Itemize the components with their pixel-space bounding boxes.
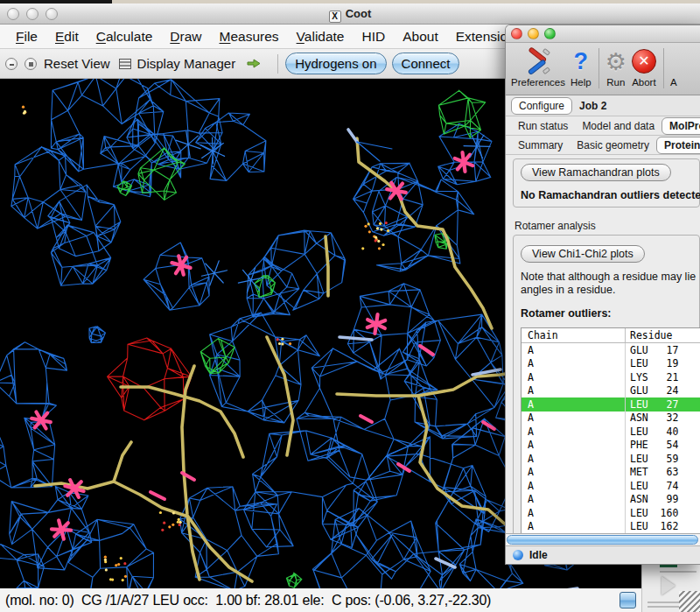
menu-draw[interactable]: Draw [161, 29, 210, 45]
table-row[interactable]: ALYS 21 [522, 370, 700, 384]
tab-job-2[interactable]: Job 2 [572, 98, 613, 114]
fragment-rule [660, 571, 696, 573]
cell-residue: LEU 59 [626, 453, 678, 465]
table-row[interactable]: ALEU 27 [522, 397, 700, 412]
menu-measures[interactable]: Measures [211, 29, 288, 45]
dialog-tool-label: A [670, 77, 677, 88]
rotamer-outliers-label: Rotamer outliers: [521, 307, 692, 320]
screen: XCoot FileEditCalculateDrawMeasuresValid… [0, 0, 700, 612]
category-tabs: SummaryBasic geometryProteinClashes [506, 136, 700, 155]
toolbar-separator [277, 54, 278, 74]
dialog-status-text: Idle [529, 549, 548, 561]
tab-model-and-data[interactable]: Model and data [575, 118, 662, 134]
dialog-status-bar: Idle [506, 545, 700, 563]
display-manager-icon [119, 59, 131, 69]
table-row[interactable]: ALEU 74 [522, 479, 700, 493]
connect-button[interactable]: Connect [392, 53, 460, 74]
dialog-zoom-button[interactable] [544, 28, 556, 39]
go-arrow-icon[interactable] [246, 57, 262, 70]
cell-chain: A [522, 506, 626, 520]
protein-tab-content: View Ramachandran plots No Ramachandran … [506, 155, 700, 533]
table-header-row: ChainResidue [522, 328, 700, 343]
cell-residue: LEU 27 [626, 398, 678, 411]
dialog-tool-preferences[interactable]: Preferences [511, 46, 565, 88]
table-row[interactable]: AGLU 24 [522, 384, 700, 398]
dialog-tool-help[interactable]: ?Help [570, 46, 592, 88]
dialog-toolbar-separator [598, 48, 599, 88]
question-icon: ? [574, 46, 589, 76]
menu-edit[interactable]: Edit [46, 29, 88, 45]
table-row[interactable]: ALEU 59 [522, 452, 700, 466]
fragment-green-mark [660, 565, 677, 567]
cell-chain: A [522, 439, 626, 453]
main-window-titlebar[interactable]: XCoot [0, 4, 700, 25]
table-row[interactable]: ALEU 160 [522, 506, 700, 520]
reset-view-button[interactable]: Reset View [44, 56, 110, 71]
diff-map-negative-mesh [108, 338, 192, 420]
table-row[interactable]: ALEU 19 [522, 357, 700, 371]
dialog-tool-a[interactable]: A [670, 46, 677, 88]
cell-residue: ASN 99 [626, 493, 678, 505]
status-grip-icon[interactable] [620, 592, 636, 608]
view-ramachandran-plots-button[interactable]: View Ramachandran plots [521, 164, 671, 181]
tab-summary[interactable]: Summary [511, 137, 570, 153]
cell-residue: LEU 160 [626, 507, 678, 519]
play-icon[interactable] [662, 576, 676, 595]
dialog-titlebar[interactable] [506, 25, 700, 43]
cell-chain: A [522, 384, 626, 398]
main-status-bar: (mol. no: 0) CG /1/A/27 LEU occ: 1.00 bf… [0, 588, 641, 612]
table-row[interactable]: AMET 63 [522, 466, 700, 480]
column-header-chain[interactable]: Chain [522, 328, 626, 342]
menu-hid[interactable]: HID [354, 29, 395, 45]
cell-residue: ASN 32 [626, 412, 678, 424]
table-row[interactable]: APHE 54 [522, 439, 700, 453]
molprobity-dialog: Preferences?Help⚙Run✕AbortA ConfigureJob… [505, 25, 700, 565]
hydrogens-on-button[interactable]: Hydrogens on [285, 53, 386, 74]
dialog-tool-label: Help [570, 77, 592, 88]
dialog-tool-label: Preferences [511, 77, 565, 88]
atom-info-status-text: (mol. no: 0) CG /1/A/27 LEU occ: 1.00 bf… [5, 593, 620, 608]
menu-validate[interactable]: Validate [288, 29, 354, 45]
table-row[interactable]: AGLU 17 [522, 343, 700, 357]
table-row[interactable]: AASN 99 [522, 493, 700, 507]
tab-run-status[interactable]: Run status [511, 118, 575, 134]
column-header-residue[interactable]: Residue [626, 329, 672, 341]
view-chi1-chi2-plots-button[interactable]: View Chi1-Chi2 plots [521, 245, 645, 263]
tab-basic-geometry[interactable]: Basic geometry [570, 137, 656, 153]
cell-residue: LEU 74 [626, 480, 678, 492]
tab-protein[interactable]: Protein [656, 137, 700, 154]
rotamer-outliers-table[interactable]: ChainResidueAGLU 17ALEU 19ALYS 21AGLU 24… [521, 327, 700, 533]
dialog-toolbar-separator [663, 48, 664, 88]
status-indicator-icon [513, 550, 523, 560]
toolbar-toggle2-icon[interactable] [24, 58, 37, 70]
dialog-tool-run[interactable]: ⚙Run [606, 46, 626, 88]
tab-configure[interactable]: Configure [511, 97, 572, 115]
cell-chain: A [522, 370, 626, 384]
cell-chain: A [522, 466, 626, 480]
background-window-fragment [641, 565, 700, 612]
dialog-horizontal-scrollbar[interactable] [506, 533, 700, 545]
resize-grip[interactable] [679, 591, 700, 612]
cell-chain: A [522, 412, 626, 426]
cell-residue: LEU 40 [626, 426, 678, 438]
job-tabs: ConfigureJob 2 [506, 95, 700, 116]
dialog-close-button[interactable] [511, 28, 522, 39]
menu-file[interactable]: File [7, 29, 46, 45]
tab-molprobity[interactable]: MolProbity [662, 117, 700, 135]
menu-about[interactable]: About [394, 29, 447, 45]
display-manager-button[interactable]: Display Manager [137, 56, 236, 71]
dialog-tool-abort[interactable]: ✕Abort [632, 46, 656, 88]
dialog-tool-label: Run [606, 77, 625, 88]
table-row[interactable]: ALEU 162 [522, 520, 700, 534]
rotamer-note-line2: angles in a residue. [521, 284, 692, 297]
dialog-tool-label: Abort [632, 77, 656, 88]
table-row[interactable]: ALEU 40 [522, 425, 700, 439]
table-row[interactable]: AASN 32 [522, 412, 700, 426]
x11-icon: X [329, 11, 341, 23]
scrollbar-thumb[interactable] [507, 535, 698, 545]
menu-calculate[interactable]: Calculate [88, 29, 162, 45]
cell-residue: PHE 54 [626, 439, 678, 451]
rotamer-analysis-label: Rotamer analysis [514, 220, 700, 232]
dialog-minimize-button[interactable] [528, 28, 539, 39]
toolbar-toggle-icon[interactable] [5, 58, 18, 70]
